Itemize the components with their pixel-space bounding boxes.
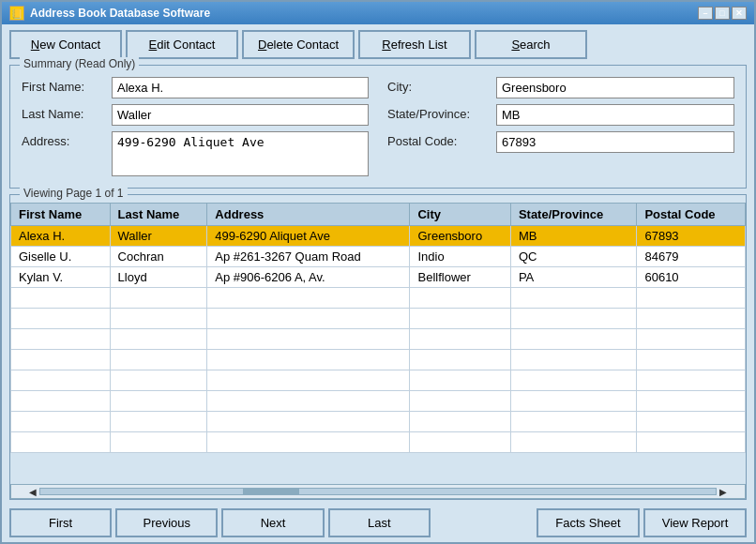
- table-row-empty: [11, 329, 746, 350]
- cell-postal: 67893: [637, 226, 746, 247]
- col-city: City: [410, 204, 510, 226]
- summary-form: First Name: Last Name: Address: 499-6290…: [22, 77, 734, 176]
- minimize-button[interactable]: –: [698, 7, 713, 20]
- first-name-label: First Name:: [22, 77, 106, 94]
- first-name-input[interactable]: [112, 77, 369, 98]
- viewing-label: Viewing Page 1 of 1: [20, 187, 128, 200]
- previous-button[interactable]: Previous: [115, 508, 218, 537]
- cell-postal: 84679: [637, 247, 746, 267]
- col-first-name: First Name: [11, 204, 111, 226]
- cell-first: Kylan V.: [11, 267, 111, 288]
- postal-row: Postal Code:: [387, 131, 734, 153]
- view-report-button[interactable]: View Report: [643, 508, 747, 537]
- maximize-button[interactable]: □: [715, 7, 730, 20]
- table-row-empty: [11, 309, 746, 329]
- scroll-right-arrow[interactable]: ▶: [717, 487, 730, 497]
- cell-last: Waller: [110, 226, 207, 247]
- last-name-input[interactable]: [112, 104, 369, 126]
- col-address: Address: [207, 204, 410, 226]
- table-row-empty: [11, 432, 746, 453]
- viewing-panel: Viewing Page 1 of 1 First Name Last Name…: [9, 194, 747, 500]
- table-row-empty: [11, 370, 746, 391]
- scrollbar-track[interactable]: [39, 488, 717, 495]
- delete-contact-button[interactable]: Delete Contact: [242, 30, 355, 59]
- contact-table-container: First Name Last Name Address City State/…: [10, 203, 746, 484]
- col-state: State/Province: [510, 204, 637, 226]
- first-name-row: First Name:: [22, 77, 369, 98]
- cell-address: Ap #906-6206 A, Av.: [207, 267, 410, 288]
- refresh-list-button[interactable]: Refresh List: [358, 30, 471, 59]
- scrollbar-thumb[interactable]: [243, 489, 299, 494]
- city-row: City:: [387, 77, 734, 98]
- cell-state: MB: [510, 226, 637, 247]
- edit-contact-button[interactable]: Edit Contact: [126, 30, 238, 59]
- first-label: First: [49, 516, 72, 530]
- table-row-empty: [11, 288, 746, 309]
- facts-sheet-button[interactable]: Facts Sheet: [537, 508, 640, 537]
- first-button[interactable]: First: [9, 508, 112, 537]
- view-report-label: View Report: [662, 516, 729, 530]
- table-row[interactable]: Kylan V. Lloyd Ap #906-6206 A, Av. Bellf…: [11, 267, 746, 288]
- window-controls: – □ ✕: [698, 7, 747, 20]
- table-row[interactable]: Giselle U. Cochran Ap #261-3267 Quam Roa…: [11, 247, 746, 267]
- col-postal: Postal Code: [637, 204, 746, 226]
- state-label: State/Province:: [387, 104, 491, 121]
- scroll-left-arrow[interactable]: ◀: [26, 487, 39, 497]
- main-window: 📒 Address Book Database Software – □ ✕ N…: [0, 0, 756, 544]
- last-button[interactable]: Last: [328, 508, 431, 537]
- summary-panel: Summary (Read Only) First Name: Last Nam…: [9, 65, 747, 189]
- last-name-row: Last Name:: [22, 104, 369, 126]
- table-row-empty: [11, 391, 746, 412]
- address-input[interactable]: 499-6290 Aliquet Ave: [112, 131, 369, 176]
- cell-first: Giselle U.: [11, 247, 111, 267]
- table-row-empty: [11, 412, 746, 432]
- summary-right: City: State/Province: Postal Code:: [387, 77, 734, 176]
- summary-label: Summary (Read Only): [20, 57, 139, 70]
- cell-last: Cochran: [110, 247, 207, 267]
- cell-city: Greensboro: [410, 226, 510, 247]
- previous-label: Previous: [144, 516, 191, 530]
- next-label: Next: [261, 516, 286, 530]
- edit-contact-label: Edit Contact: [149, 38, 216, 52]
- cell-first: Alexa H.: [11, 226, 111, 247]
- new-contact-label: New Contact: [31, 38, 100, 52]
- delete-contact-label: Delete Contact: [258, 38, 339, 52]
- horizontal-scrollbar[interactable]: ◀ ▶: [10, 484, 746, 499]
- state-row: State/Province:: [387, 104, 734, 126]
- state-input[interactable]: [496, 104, 734, 126]
- new-contact-button[interactable]: New Contact: [9, 30, 122, 59]
- titlebar: 📒 Address Book Database Software – □ ✕: [2, 2, 754, 24]
- cell-last: Lloyd: [110, 267, 207, 288]
- summary-left: First Name: Last Name: Address: 499-6290…: [22, 77, 369, 176]
- last-name-label: Last Name:: [22, 104, 106, 121]
- app-icon: 📒: [9, 6, 24, 21]
- contact-table: First Name Last Name Address City State/…: [10, 203, 746, 453]
- refresh-list-label: Refresh List: [382, 38, 446, 52]
- postal-label: Postal Code:: [387, 131, 491, 148]
- bottom-toolbar: First Previous Next Last Facts Sheet Vie…: [2, 504, 754, 542]
- cell-city: Indio: [410, 247, 510, 267]
- cell-state: PA: [510, 267, 637, 288]
- address-label: Address:: [22, 131, 106, 148]
- cell-city: Bellflower: [410, 267, 510, 288]
- facts-sheet-label: Facts Sheet: [555, 516, 620, 530]
- last-label: Last: [368, 516, 391, 530]
- city-input[interactable]: [496, 77, 734, 98]
- window-title: Address Book Database Software: [30, 7, 210, 20]
- cell-address: Ap #261-3267 Quam Road: [207, 247, 410, 267]
- search-button[interactable]: Search: [475, 30, 587, 59]
- table-header-row: First Name Last Name Address City State/…: [11, 204, 746, 226]
- address-row: Address: 499-6290 Aliquet Ave: [22, 131, 369, 176]
- close-button[interactable]: ✕: [732, 7, 747, 20]
- table-row-empty: [11, 350, 746, 370]
- cell-address: 499-6290 Aliquet Ave: [207, 226, 410, 247]
- col-last-name: Last Name: [110, 204, 207, 226]
- table-row[interactable]: Alexa H. Waller 499-6290 Aliquet Ave Gre…: [11, 226, 746, 247]
- next-button[interactable]: Next: [221, 508, 324, 537]
- city-label: City:: [387, 77, 491, 94]
- cell-state: QC: [510, 247, 637, 267]
- postal-input[interactable]: [496, 131, 734, 153]
- cell-postal: 60610: [637, 267, 746, 288]
- search-label: Search: [511, 38, 550, 52]
